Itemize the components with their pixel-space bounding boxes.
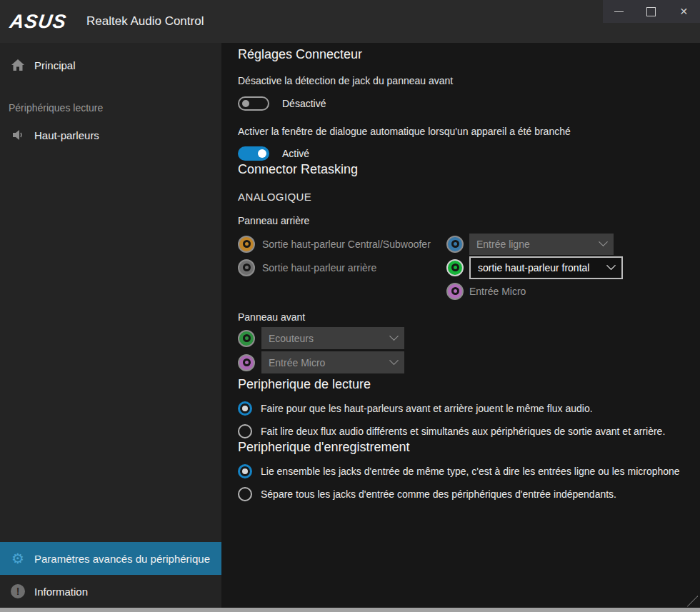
front-row-1: Ecouteurs — [238, 327, 700, 349]
sidebar-item-advanced-settings[interactable]: ⚙ Paramètres avancés du périphérique — [0, 542, 221, 575]
sidebar-item-label: Principal — [34, 59, 76, 71]
sidebar-section-playback-devices: Périphériques lecture — [0, 97, 221, 119]
jack-gray-icon — [238, 259, 255, 276]
jack-detection-toggle[interactable] — [238, 96, 269, 111]
front-panel-label: Panneau avant — [238, 311, 700, 324]
radio-selected-icon — [238, 464, 252, 478]
chevron-down-icon — [606, 261, 616, 270]
window-bottom-edge — [0, 608, 700, 612]
resize-grip[interactable] — [686, 596, 698, 607]
home-icon — [10, 57, 26, 73]
minimize-button[interactable] — [605, 0, 634, 23]
radio-unselected-icon — [238, 487, 252, 501]
minimize-icon — [614, 11, 624, 12]
jack-green-icon — [446, 259, 464, 276]
jack-blue-icon — [446, 236, 464, 253]
main-content: Réglages Connecteur Désactive la détecti… — [221, 43, 700, 608]
sidebar-item-label: Information — [34, 586, 88, 598]
line-in-select: Entrée ligne — [469, 234, 614, 255]
rear-row-2: Sortie haut-parleur arrière sortie haut-… — [238, 256, 700, 279]
jack-detection-label: Désactive la détection de jack du pannea… — [238, 74, 700, 88]
chevron-down-icon — [389, 331, 399, 341]
mic-in-label: Entrée Micro — [469, 286, 526, 297]
toggle-knob — [242, 100, 249, 107]
rear-left-label-1: Sortie haut-parleur Central/Subwoofer — [262, 239, 431, 250]
jack-green-front-icon — [238, 330, 255, 347]
chevron-down-icon — [599, 237, 608, 246]
sidebar-item-information[interactable]: ! Information — [0, 575, 221, 608]
section-title-connector-settings: Réglages Connecteur — [238, 46, 700, 63]
section-title-connector-retasking: Connector Retasking — [238, 161, 700, 178]
jack-orange-icon — [238, 236, 255, 253]
rear-row-1: Sortie haut-parleur Central/Subwoofer En… — [238, 232, 700, 256]
playback-option-same-stream[interactable]: Faire pour que les haut-parleurs avant e… — [238, 401, 700, 416]
analog-subtitle: ANALOGIQUE — [238, 190, 700, 204]
toggle-knob — [258, 149, 266, 158]
chevron-down-icon — [389, 356, 399, 365]
recording-option-tie-jacks[interactable]: Lie ensemble les jacks d'entrée de même … — [238, 464, 700, 478]
rear-left-label-2: Sortie haut-parleur arrière — [262, 262, 376, 274]
playback-option-two-streams[interactable]: Fait lire deux flux audio différents et … — [238, 424, 700, 438]
recording-option-separate-jacks[interactable]: Sépare tous les jacks d'entrée comme des… — [238, 487, 700, 501]
section-title-playback-device: Peripherique de lecture — [238, 376, 700, 393]
sidebar-item-speakers[interactable]: Haut-parleurs — [0, 119, 221, 151]
auto-popup-state: Activé — [282, 148, 309, 159]
sidebar-item-label: Haut-parleurs — [34, 129, 99, 141]
radio-selected-icon — [238, 401, 252, 416]
headphones-select: Ecouteurs — [261, 327, 404, 349]
auto-popup-label: Activer la fenêtre de dialogue automatiq… — [238, 125, 700, 139]
app-title: Realtek Audio Control — [86, 14, 204, 29]
auto-popup-toggle[interactable] — [238, 146, 269, 161]
sidebar-item-principal[interactable]: Principal — [0, 49, 221, 81]
jack-purple-front-icon — [238, 354, 255, 371]
front-row-2: Entrée Micro — [238, 351, 700, 373]
front-speaker-out-select[interactable]: sortie haut-parleur frontal — [469, 256, 623, 279]
maximize-button[interactable] — [637, 0, 666, 23]
window-controls: ✕ — [603, 0, 700, 23]
asus-logo: ASUS — [9, 11, 79, 33]
maximize-icon — [646, 7, 656, 16]
sidebar-spacer — [0, 151, 221, 542]
jack-purple-icon — [446, 283, 464, 300]
sidebar: Principal Périphériques lecture Haut-par… — [0, 43, 221, 608]
titlebar: ASUS Realtek Audio Control ✕ — [0, 0, 700, 43]
info-icon: ! — [10, 583, 26, 599]
close-button[interactable]: ✕ — [669, 0, 698, 23]
jack-detection-state: Désactivé — [282, 98, 326, 109]
radio-unselected-icon — [238, 424, 252, 438]
rear-row-3: Entrée Micro — [238, 279, 700, 303]
section-title-recording-device: Peripherique d'enregistrement — [238, 438, 700, 456]
sidebar-item-label: Paramètres avancés du périphérique — [34, 553, 210, 565]
close-icon: ✕ — [679, 6, 688, 16]
rear-panel-label: Panneau arrière — [238, 214, 700, 228]
app-window: ASUS Realtek Audio Control ✕ Principal P… — [0, 0, 700, 612]
front-mic-select: Entrée Micro — [261, 351, 404, 373]
speaker-icon — [10, 127, 26, 143]
gear-icon: ⚙ — [10, 551, 26, 566]
